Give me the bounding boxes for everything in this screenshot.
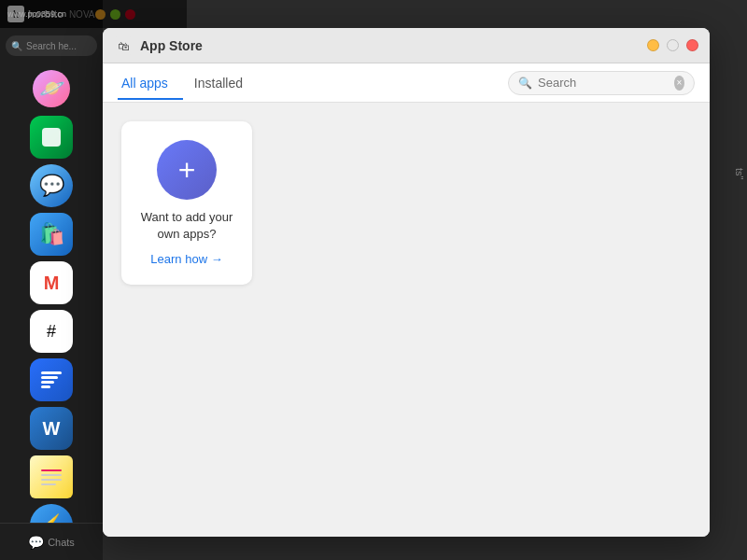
search-placeholder: Search he... bbox=[26, 41, 77, 51]
search-clear-button[interactable]: × bbox=[674, 76, 684, 91]
svg-text:🛍: 🛍 bbox=[118, 39, 130, 53]
add-app-card: + Want to add your own apps? Learn how → bbox=[121, 121, 252, 285]
add-app-icon[interactable]: + bbox=[157, 140, 217, 200]
right-panel: ts" bbox=[710, 28, 747, 560]
svg-rect-0 bbox=[42, 128, 61, 147]
plus-icon: + bbox=[178, 155, 196, 185]
store-search-area: 🔍 × bbox=[508, 71, 695, 95]
store-search-input[interactable] bbox=[538, 76, 669, 90]
store-close-button[interactable] bbox=[686, 39, 698, 51]
slack-icon: # bbox=[47, 322, 56, 342]
search-icon: 🔍 bbox=[11, 41, 22, 51]
sidebar-item-lightning[interactable]: ⚡ bbox=[30, 504, 73, 523]
watermark: www.pc0359.cn bbox=[0, 0, 187, 28]
store-title-icon: 🛍 bbox=[114, 36, 133, 55]
store-icon: 🛍️ bbox=[39, 222, 64, 246]
sidebar-item-gmail[interactable]: M bbox=[30, 261, 73, 304]
store-window-controls bbox=[647, 39, 698, 51]
chat-icon: 💬 bbox=[39, 174, 64, 198]
bottom-chats-button[interactable]: 💬 Chats bbox=[0, 523, 103, 560]
add-app-text: Want to add your own apps? bbox=[136, 209, 237, 243]
learn-how-link[interactable]: Learn how → bbox=[150, 252, 222, 266]
store-titlebar: 🛍 App Store bbox=[103, 28, 710, 63]
notes-icon bbox=[35, 464, 67, 491]
sidebar-item-intercom[interactable] bbox=[30, 358, 73, 401]
sidebar-item-word[interactable]: W bbox=[30, 407, 73, 450]
sidebar-item-notes[interactable] bbox=[30, 455, 73, 498]
sidebar-item-saturn[interactable]: 🪐 bbox=[30, 67, 73, 110]
green-icon bbox=[38, 124, 64, 150]
tab-installed[interactable]: Installed bbox=[190, 66, 258, 100]
right-panel-text: ts" bbox=[734, 168, 745, 179]
lightning-icon: ⚡ bbox=[39, 513, 64, 523]
app-store-window: 🛍 App Store All apps Installed 🔍 × bbox=[103, 28, 710, 537]
bottom-chat-icon: 💬 bbox=[28, 535, 44, 550]
sidebar-item-green[interactable] bbox=[30, 116, 73, 159]
intercom-icon bbox=[35, 366, 67, 394]
store-search-icon: 🔍 bbox=[518, 77, 532, 90]
store-search-box[interactable]: 🔍 × bbox=[508, 71, 695, 95]
watermark-text: www.pc0359.cn bbox=[7, 9, 66, 19]
main-app-sidebar: h horbito NOVA 🔍 Search he... 🪐 bbox=[0, 0, 103, 560]
sidebar-item-slack[interactable]: # bbox=[30, 310, 73, 353]
gmail-icon: M bbox=[44, 273, 60, 294]
bottom-chat-label: Chats bbox=[48, 537, 75, 548]
store-tabs: All apps Installed 🔍 × bbox=[103, 63, 710, 103]
sidebar-item-chat[interactable]: 💬 bbox=[30, 164, 73, 207]
saturn-icon: 🪐 bbox=[33, 70, 70, 107]
main-search-area: 🔍 Search he... bbox=[0, 28, 103, 63]
store-content: + Want to add your own apps? Learn how → bbox=[103, 103, 710, 537]
word-icon: W bbox=[43, 418, 61, 440]
tab-all-apps[interactable]: All apps bbox=[118, 66, 183, 100]
store-maximize-button[interactable] bbox=[667, 39, 679, 51]
store-minimize-button[interactable] bbox=[647, 39, 659, 51]
store-title-text: App Store bbox=[140, 38, 647, 53]
sidebar-item-store[interactable]: 🛍️ bbox=[30, 213, 73, 256]
main-search-box[interactable]: 🔍 Search he... bbox=[6, 35, 97, 56]
sidebar-icons: 🪐 💬 🛍️ M # bbox=[0, 63, 103, 523]
